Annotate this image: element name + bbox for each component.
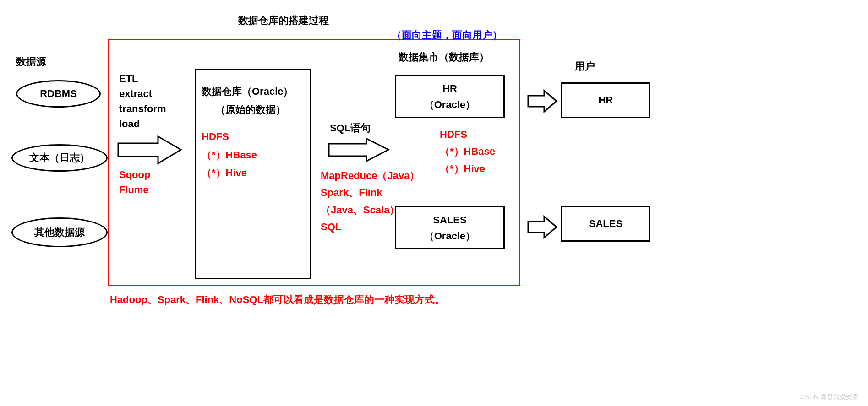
- engines-l2: Spark、Flink: [321, 184, 420, 201]
- source-textlog-text: 文本（日志）: [29, 151, 90, 165]
- ingest-sqoop: Sqoop: [119, 167, 150, 182]
- arrow-4-icon: [527, 215, 559, 239]
- datamart-sales-l1: SALES: [396, 212, 503, 228]
- user-label: 用户: [575, 60, 595, 73]
- source-textlog: 文本（日志）: [11, 144, 108, 172]
- user-sales-box: SALES: [561, 206, 650, 242]
- source-other: 其他数据源: [11, 217, 108, 247]
- footer-text: Hadoop、Spark、Flink、NoSQL都可以看成是数据仓库的一种实现方…: [110, 293, 445, 307]
- datamart-sales-box: SALES （Oracle）: [395, 206, 505, 249]
- ingest-flume: Flume: [119, 182, 150, 197]
- datamart-tech: HDFS （*）HBase （*）Hive: [440, 126, 495, 177]
- sources-label: 数据源: [16, 55, 46, 69]
- source-other-text: 其他数据源: [34, 226, 85, 239]
- warehouse-l3: HDFS: [202, 128, 294, 146]
- datamart-hr-l2: （Oracle）: [396, 97, 503, 113]
- datamart-tech-l3: （*）Hive: [440, 160, 495, 177]
- sql-label: SQL语句: [330, 121, 371, 135]
- datamart-tech-l1: HDFS: [440, 126, 495, 143]
- source-rdbms: RDBMS: [16, 80, 101, 108]
- ingest-tools: Sqoop Flume: [119, 167, 150, 197]
- warehouse-l2: （原始的数据）: [202, 101, 294, 119]
- datamart-tech-l2: （*）HBase: [440, 143, 495, 160]
- etl-l2: extract: [119, 86, 166, 101]
- warehouse-l4: （*）HBase: [202, 146, 294, 164]
- warehouse-l1: 数据仓库（Oracle）: [202, 82, 294, 101]
- engines-l1: MapReduce（Java）: [321, 167, 420, 184]
- source-rdbms-text: RDBMS: [40, 88, 77, 100]
- datamart-subtitle: （面向主题，面向用户）: [392, 28, 502, 42]
- watermark: CSDN @是我樂樂呀: [800, 393, 859, 401]
- arrow-2-icon: [328, 137, 391, 162]
- user-hr-text: HR: [599, 94, 613, 106]
- etl-l1: ETL: [119, 71, 166, 86]
- user-hr-box: HR: [561, 82, 650, 118]
- user-sales-text: SALES: [589, 218, 622, 230]
- datamart-hr-box: HR （Oracle）: [395, 75, 505, 118]
- warehouse-l5: （*）Hive: [202, 164, 294, 182]
- datamart-sales-l2: （Oracle）: [396, 228, 503, 244]
- datamart-hr-l1: HR: [396, 81, 503, 97]
- etl-block: ETL extract transform load: [119, 71, 166, 131]
- etl-l3: transform: [119, 101, 166, 116]
- warehouse-text: 数据仓库（Oracle） （原始的数据） HDFS （*）HBase （*）Hi…: [202, 82, 294, 182]
- etl-l4: load: [119, 116, 166, 131]
- arrow-1-icon: [117, 135, 183, 165]
- diagram-title: 数据仓库的搭建过程: [238, 14, 329, 27]
- datamart-label: 数据集市（数据库）: [399, 50, 489, 64]
- arrow-3-icon: [527, 89, 559, 113]
